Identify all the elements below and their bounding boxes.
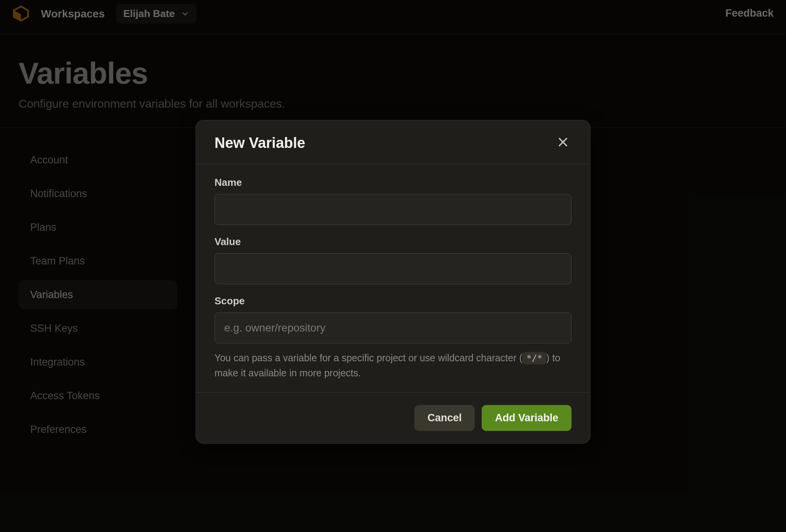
- modal-footer: Cancel Add Variable: [196, 392, 590, 443]
- value-field-group: Value: [215, 236, 571, 284]
- modal-title: New Variable: [215, 135, 305, 151]
- wildcard-code: */*: [522, 352, 546, 364]
- close-button[interactable]: [554, 134, 571, 151]
- scope-help-text: You can pass a variable for a specific p…: [215, 350, 571, 381]
- name-field-group: Name: [215, 177, 571, 225]
- scope-input[interactable]: [215, 312, 571, 343]
- name-label: Name: [215, 177, 571, 189]
- name-input[interactable]: [215, 194, 571, 225]
- modal-header: New Variable: [196, 120, 590, 164]
- scope-help-pre: You can pass a variable for a specific p…: [215, 352, 522, 363]
- value-label: Value: [215, 236, 571, 248]
- new-variable-modal: New Variable Name Value Scope You can pa…: [196, 120, 590, 444]
- scope-field-group: Scope You can pass a variable for a spec…: [215, 295, 571, 381]
- add-variable-button[interactable]: Add Variable: [482, 405, 571, 431]
- close-icon: [557, 136, 569, 150]
- cancel-button[interactable]: Cancel: [414, 405, 475, 431]
- value-input[interactable]: [215, 253, 571, 284]
- modal-body: Name Value Scope You can pass a variable…: [196, 164, 590, 392]
- scope-label: Scope: [215, 295, 571, 307]
